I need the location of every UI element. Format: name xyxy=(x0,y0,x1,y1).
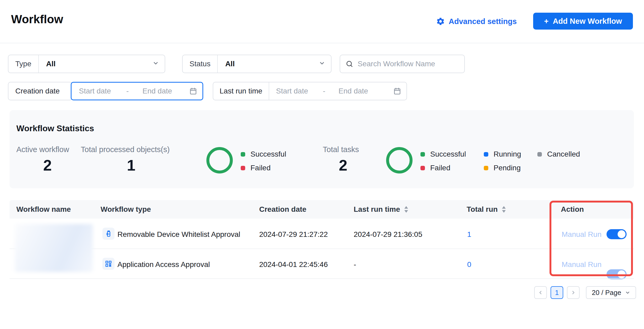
sort-icon[interactable] xyxy=(501,206,506,213)
total-tasks-label: Total tasks xyxy=(323,145,359,154)
workflow-type-cell: Removable Device Whitelist Approval xyxy=(117,230,240,239)
column-header-total-run[interactable]: Total run xyxy=(467,200,506,219)
legend-label: Successful xyxy=(250,150,286,158)
search-icon xyxy=(345,60,353,68)
active-workflow-value: 2 xyxy=(32,156,63,174)
date-range-separator: - xyxy=(308,87,338,95)
successful-legend-swatch xyxy=(420,152,425,157)
calendar-icon xyxy=(393,87,401,95)
manual-run-toggle-disabled[interactable] xyxy=(607,269,627,279)
legend-item: Pending xyxy=(484,163,521,173)
column-header-creation-date: Creation date xyxy=(259,200,306,219)
total-tasks-donut-chart xyxy=(386,147,413,173)
column-header-last-run-time[interactable]: Last run time xyxy=(354,200,409,219)
lastrun-start-date-input[interactable]: Start date xyxy=(269,87,308,95)
creation-date-cell: 2024-07-29 21:27:22 xyxy=(259,230,328,239)
toggle-knob xyxy=(618,230,626,238)
legend-label: Pending xyxy=(494,164,521,172)
creation-date-range-picker[interactable]: Start date - End date xyxy=(71,82,203,100)
application-access-icon xyxy=(102,258,115,270)
active-workflow-label: Active workflow xyxy=(16,145,69,154)
chevron-down-icon xyxy=(153,60,159,68)
workflow-search[interactable] xyxy=(340,55,465,73)
creation-date-cell: 2024-04-01 22:45:46 xyxy=(259,260,328,269)
legend-item: Cancelled xyxy=(537,149,580,159)
legend-item: Failed xyxy=(241,163,271,173)
legend-label: Failed xyxy=(250,164,271,172)
status-filter-label: Status xyxy=(183,60,217,68)
status-filter-value: All xyxy=(218,60,319,68)
date-range-separator: - xyxy=(111,87,142,95)
workflow-type-cell: Application Access Approval xyxy=(117,260,210,269)
manual-run-label: Manual Run xyxy=(562,260,602,269)
chevron-down-icon xyxy=(625,290,630,295)
lastrun-end-date-input[interactable]: End date xyxy=(339,87,368,95)
manual-run-label: Manual Run xyxy=(562,230,602,239)
legend-label: Failed xyxy=(430,164,450,172)
total-run-link[interactable]: 1 xyxy=(467,230,471,239)
successful-legend-swatch xyxy=(241,152,245,157)
column-header-workflow-type: Workflow type xyxy=(101,200,151,219)
sort-icon[interactable] xyxy=(404,206,409,213)
type-filter-value: All xyxy=(39,60,153,68)
workflow-name-redacted xyxy=(15,224,93,272)
last-run-time-filter-label: Last run time xyxy=(213,87,269,95)
type-filter[interactable]: Type All xyxy=(8,55,165,73)
legend-item: Failed xyxy=(420,163,450,173)
failed-legend-swatch xyxy=(420,166,425,170)
chevron-left-icon xyxy=(538,290,543,295)
search-input[interactable] xyxy=(358,60,459,68)
pagination-page-1[interactable]: 1 xyxy=(551,286,563,299)
creation-start-date-input[interactable]: Start date xyxy=(72,87,111,95)
legend-label: Running xyxy=(494,150,521,158)
table-row: Removable Device Whitelist Approval 2024… xyxy=(0,0,644,10)
type-filter-label: Type xyxy=(8,60,38,68)
legend-item: Running xyxy=(484,149,521,159)
statistics-title: Workflow Statistics xyxy=(16,124,94,133)
removable-device-icon xyxy=(102,228,115,240)
plus-icon: + xyxy=(544,17,548,26)
legend-item: Successful xyxy=(420,149,466,159)
toggle-knob xyxy=(618,270,626,278)
advanced-settings-link[interactable]: Advanced settings xyxy=(436,16,517,27)
status-filter[interactable]: Status All xyxy=(182,55,332,73)
last-run-time-filter[interactable]: Last run time Start date - End date xyxy=(213,82,407,100)
chevron-right-icon xyxy=(571,290,576,295)
advanced-settings-label: Advanced settings xyxy=(449,17,517,26)
add-new-workflow-button[interactable]: + Add New Workflow xyxy=(533,13,633,30)
legend-label: Cancelled xyxy=(547,150,580,158)
workflow-page: Workflow Advanced settings + Add New Wor… xyxy=(0,0,644,329)
processed-objects-donut-chart xyxy=(206,147,233,173)
last-run-time-cell: 2024-07-29 21:36:05 xyxy=(354,230,422,239)
cancelled-legend-swatch xyxy=(537,152,542,157)
calendar-icon xyxy=(189,87,197,95)
total-processed-label: Total processed objects(s) xyxy=(81,145,170,154)
creation-date-filter-label: Creation date xyxy=(8,82,72,100)
legend-label: Successful xyxy=(430,150,466,158)
manual-run-toggle[interactable] xyxy=(607,229,627,239)
pagination-next-button[interactable] xyxy=(567,286,580,299)
table-header: Workflow name Workflow type Creation dat… xyxy=(10,200,634,219)
total-run-link[interactable]: 0 xyxy=(467,260,471,269)
page-size-select[interactable]: 20 / Page xyxy=(586,286,636,299)
column-header-workflow-name: Workflow name xyxy=(16,200,71,219)
column-header-action: Action xyxy=(561,200,584,219)
add-new-workflow-label: Add New Workflow xyxy=(553,17,622,26)
legend-item: Successful xyxy=(241,149,286,159)
failed-legend-swatch xyxy=(241,166,245,170)
total-tasks-value: 2 xyxy=(327,156,359,174)
gear-icon xyxy=(436,17,445,26)
page-size-value: 20 / Page xyxy=(592,289,621,297)
table-bottom-divider xyxy=(10,278,634,279)
last-run-time-cell: - xyxy=(354,260,356,269)
creation-end-date-input[interactable]: End date xyxy=(143,87,172,95)
chevron-down-icon xyxy=(319,60,325,68)
page-title: Workflow xyxy=(11,13,63,26)
total-processed-value: 1 xyxy=(115,156,147,174)
pending-legend-swatch xyxy=(484,166,488,170)
pagination-prev-button[interactable] xyxy=(534,286,547,299)
row-divider xyxy=(10,248,634,249)
header-divider xyxy=(0,43,644,43)
running-legend-swatch xyxy=(484,152,488,157)
